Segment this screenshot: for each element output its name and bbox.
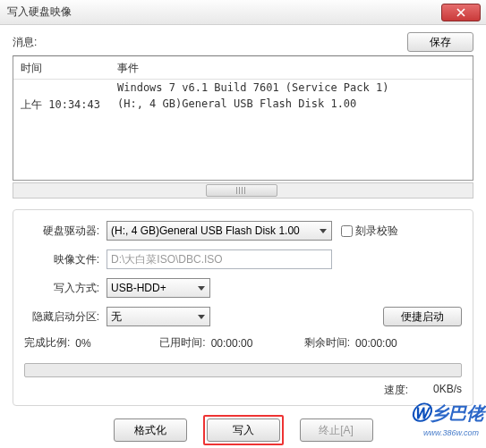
log-time — [21, 81, 117, 94]
complete-label: 完成比例: — [24, 335, 70, 351]
log-event: (H:, 4 GB)General USB Flash Disk 1.00 — [117, 97, 465, 113]
log-event: Windows 7 v6.1 Build 7601 (Service Pack … — [117, 81, 465, 94]
log-scrollbar[interactable] — [13, 182, 473, 199]
verify-checkbox-input[interactable] — [341, 225, 353, 237]
log-row: 上午 10:34:43 (H:, 4 GB)General USB Flash … — [13, 96, 473, 114]
verify-checkbox[interactable]: 刻录校验 — [341, 224, 398, 239]
col-header-event: 事件 — [117, 61, 139, 76]
hide-partition-value: 无 — [111, 309, 122, 325]
elapsed-label: 已用时间: — [159, 335, 205, 351]
log-header: 时间 事件 — [13, 58, 473, 80]
close-button[interactable] — [441, 4, 481, 21]
save-button[interactable]: 保存 — [407, 32, 473, 52]
window-title: 写入硬盘映像 — [7, 4, 441, 20]
titlebar: 写入硬盘映像 — [0, 0, 486, 25]
speed-label: 速度: — [384, 383, 408, 398]
hide-partition-label: 隐藏启动分区: — [24, 309, 107, 325]
drive-label: 硬盘驱动器: — [24, 224, 107, 239]
format-button[interactable]: 格式化 — [114, 418, 187, 442]
write-mode-label: 写入方式: — [24, 281, 107, 296]
verify-label: 刻录校验 — [355, 224, 398, 239]
content-area: 消息: 保存 时间 事件 Windows 7 v6.1 Build 7601 (… — [0, 25, 486, 448]
drive-select[interactable]: (H:, 4 GB)General USB Flash Disk 1.00 — [107, 221, 332, 241]
remain-label: 剩余时间: — [304, 335, 350, 351]
log-panel: 时间 事件 Windows 7 v6.1 Build 7601 (Service… — [13, 55, 473, 181]
log-time: 上午 10:34:43 — [21, 97, 117, 113]
message-label: 消息: — [13, 35, 407, 50]
elapsed-value: 00:00:00 — [211, 337, 283, 350]
speed-value: 0KB/s — [433, 383, 462, 398]
write-button-highlight: 写入 — [203, 415, 284, 445]
close-icon — [456, 8, 465, 17]
image-label: 映像文件: — [24, 252, 107, 267]
abort-button: 终止[A] — [300, 418, 373, 442]
portable-boot-button[interactable]: 便捷启动 — [383, 307, 462, 326]
status-row: 完成比例: 0% 已用时间: 00:00:00 剩余时间: 00:00:00 — [24, 335, 462, 351]
complete-value: 0% — [75, 337, 138, 350]
speed-row: 速度: 0KB/s — [24, 383, 462, 398]
remain-value: 00:00:00 — [355, 337, 397, 350]
hide-partition-select[interactable]: 无 — [107, 307, 210, 326]
write-mode-select[interactable]: USB-HDD+ — [107, 278, 210, 298]
drive-select-value: (H:, 4 GB)General USB Flash Disk 1.00 — [111, 224, 300, 237]
log-row: Windows 7 v6.1 Build 7601 (Service Pack … — [13, 80, 473, 96]
footer-buttons: 格式化 写入 终止[A] — [13, 415, 473, 445]
progress-bar — [24, 363, 462, 377]
scroll-thumb[interactable] — [206, 184, 277, 197]
image-path-field[interactable] — [107, 249, 332, 269]
write-button[interactable]: 写入 — [207, 418, 280, 442]
settings-group: 硬盘驱动器: (H:, 4 GB)General USB Flash Disk … — [13, 209, 473, 406]
col-header-time: 时间 — [21, 61, 117, 76]
write-mode-value: USB-HDD+ — [111, 282, 166, 294]
